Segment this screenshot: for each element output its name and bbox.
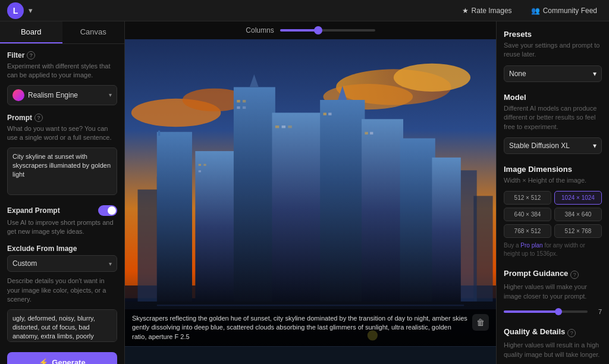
svg-rect-30 xyxy=(243,100,246,102)
prompt-section: Prompt ? What do you want to see? You ca… xyxy=(7,114,117,197)
image-dimensions-section: Image Dimensions Width × Height of the i… xyxy=(504,165,602,258)
city-scene-svg xyxy=(125,39,496,346)
svg-rect-25 xyxy=(432,158,460,305)
exclude-label: Exclude From Image xyxy=(7,244,117,253)
columns-label: Columns xyxy=(246,26,274,34)
prompt-guidance-value: 7 xyxy=(591,308,602,315)
prompt-guidance-slider[interactable] xyxy=(504,310,588,313)
generate-plus-icon: ⚡ xyxy=(39,358,48,364)
topbar-left: L ▾ xyxy=(7,2,33,19)
dim-btn-1024x1024[interactable]: 1024 × 1024 xyxy=(554,191,602,205)
filter-section: Filter ? Experiment with different style… xyxy=(7,51,117,105)
topbar: L ▾ ★ Rate Images 👥 Community Feed xyxy=(0,0,609,21)
svg-rect-20 xyxy=(272,113,323,305)
tab-board[interactable]: Board xyxy=(0,21,62,43)
dimensions-pro-note: Buy a Pro plan for any width or height u… xyxy=(504,241,602,258)
chevron-down-icon[interactable]: ▾ xyxy=(29,6,33,15)
svg-rect-41 xyxy=(157,305,464,306)
svg-point-3 xyxy=(394,64,470,92)
generate-btn-label: Generate xyxy=(52,358,85,364)
svg-rect-39 xyxy=(370,132,373,134)
model-select[interactable]: Stable Diffusion XL ▾ xyxy=(504,137,602,154)
prompt-description: What do you want to see? You can use a s… xyxy=(7,124,117,143)
svg-rect-9 xyxy=(138,190,161,305)
community-feed-label: Community Feed xyxy=(543,7,597,15)
exclude-type-label: Custom xyxy=(12,259,37,268)
prompt-guidance-slider-row: 7 xyxy=(504,307,602,316)
svg-rect-24 xyxy=(400,139,435,305)
expand-prompt-row: Expand Prompt xyxy=(7,205,117,216)
expand-prompt-label: Expand Prompt xyxy=(7,206,60,215)
svg-rect-36 xyxy=(324,113,327,115)
exclude-type-select[interactable]: Custom ▾ xyxy=(7,255,117,272)
sidebar-scroll: Filter ? Experiment with different style… xyxy=(0,44,124,364)
prompt-info-icon[interactable]: ? xyxy=(34,114,43,122)
filter-label: Filter ? xyxy=(7,51,117,59)
sidebar-tabs: Board Canvas xyxy=(0,21,124,44)
image-dimensions-description: Width × Height of the image. xyxy=(504,176,602,185)
image-dimensions-title: Image Dimensions xyxy=(504,165,602,174)
delete-image-button[interactable]: 🗑 xyxy=(472,314,489,331)
svg-rect-32 xyxy=(243,106,246,109)
prompt-guidance-description: Higher values will make your image close… xyxy=(504,283,602,301)
expand-prompt-description: Use AI to improve short prompts and get … xyxy=(7,218,117,237)
exclude-section: Exclude From Image Custom ▾ Describe det… xyxy=(7,244,117,343)
dimensions-pro-link[interactable]: Pro plan xyxy=(520,242,542,249)
secondary-image-strip xyxy=(125,346,496,364)
dim-btn-384x640[interactable]: 384 × 640 xyxy=(554,208,602,221)
exclude-chevron-icon: ▾ xyxy=(109,261,112,267)
presets-section: Presets Save your settings and prompt to… xyxy=(504,30,602,82)
caption-bar: Skyscrapers reflecting the golden hue of… xyxy=(125,309,496,346)
exclude-input[interactable]: ugly, deformed, noisy, blurry, distorted… xyxy=(7,309,117,342)
filter-selected-label: Realism Engine xyxy=(28,91,78,99)
main-image-area: Skyscrapers reflecting the golden hue of… xyxy=(125,39,496,346)
exclude-description: Describe details you don't want in your … xyxy=(7,277,117,304)
svg-rect-28 xyxy=(199,170,201,172)
filter-avatar xyxy=(12,89,24,101)
presets-chevron-icon: ▾ xyxy=(593,70,597,78)
left-sidebar: Board Canvas Filter ? Experiment with di… xyxy=(0,21,125,364)
expand-prompt-section: Expand Prompt Use AI to improve short pr… xyxy=(7,205,117,237)
rate-images-button[interactable]: ★ Rate Images xyxy=(457,4,517,17)
generate-button[interactable]: ⚡ Generate xyxy=(7,352,117,364)
expand-prompt-toggle[interactable] xyxy=(98,205,117,216)
columns-slider-fill xyxy=(280,29,318,32)
quality-details-info-icon[interactable]: ? xyxy=(567,329,576,337)
quality-details-description: Higher values will result in a high qual… xyxy=(504,341,602,359)
filter-chevron-icon: ▾ xyxy=(109,92,112,98)
presets-selected-label: None xyxy=(509,70,526,78)
toggle-knob xyxy=(108,206,116,215)
app-logo: L xyxy=(7,2,24,19)
svg-rect-16 xyxy=(158,131,160,136)
dim-btn-512x512[interactable]: 512 × 512 xyxy=(504,191,551,205)
svg-rect-17 xyxy=(195,151,240,305)
dim-btn-512x768[interactable]: 512 × 768 xyxy=(554,224,602,238)
columns-slider[interactable] xyxy=(280,29,375,32)
right-sidebar: Presets Save your settings and prompt to… xyxy=(496,21,609,364)
presets-select[interactable]: None ▾ xyxy=(504,65,602,82)
prompt-guidance-fill xyxy=(504,310,558,313)
topbar-right: ★ Rate Images 👥 Community Feed xyxy=(457,4,602,17)
prompt-guidance-info-icon[interactable]: ? xyxy=(570,271,579,279)
svg-rect-29 xyxy=(237,100,240,102)
svg-rect-23 xyxy=(362,119,403,305)
columns-slider-thumb xyxy=(314,26,322,34)
prompt-input[interactable]: City skyline at sunset with skyscrapers … xyxy=(7,148,117,195)
quality-details-title: Quality & Details xyxy=(504,327,565,336)
svg-rect-18 xyxy=(234,87,275,305)
star-icon: ★ xyxy=(462,7,469,15)
rate-images-label: Rate Images xyxy=(472,7,512,15)
svg-rect-35 xyxy=(288,125,291,128)
filter-info-icon[interactable]: ? xyxy=(27,51,35,59)
dim-btn-640x384[interactable]: 640 × 384 xyxy=(504,208,551,221)
columns-bar: Columns xyxy=(125,21,496,39)
svg-rect-15 xyxy=(157,132,192,305)
dim-btn-768x512[interactable]: 768 × 512 xyxy=(504,224,551,238)
prompt-guidance-section: Prompt Guidance ? Higher values will mak… xyxy=(504,269,602,316)
filter-select[interactable]: Realism Engine ▾ xyxy=(7,85,117,105)
tab-canvas[interactable]: Canvas xyxy=(62,21,125,43)
model-section: Model Different AI models can produce di… xyxy=(504,93,602,154)
community-feed-button[interactable]: 👥 Community Feed xyxy=(526,4,602,17)
model-selected-label: Stable Diffusion XL xyxy=(509,142,570,150)
main-layout: Board Canvas Filter ? Experiment with di… xyxy=(0,21,609,364)
